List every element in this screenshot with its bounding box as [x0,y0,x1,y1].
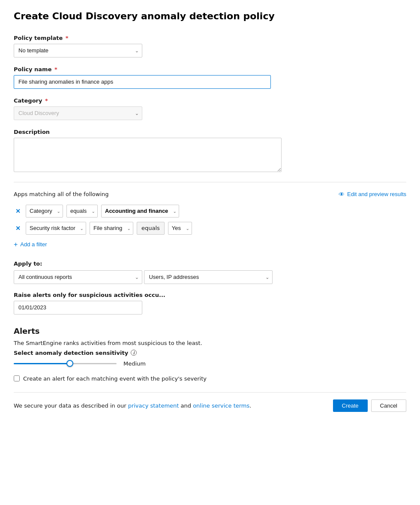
filter-2-subfield-select[interactable]: File sharing [90,222,133,235]
online-service-terms-link[interactable]: online service terms [193,402,249,409]
sensitivity-slider[interactable] [14,363,117,364]
create-button[interactable]: Create [333,399,368,412]
filter-1-operator-select[interactable]: equals [66,205,98,218]
alert-checkbox[interactable] [14,375,20,381]
alerts-description: The SmartEngine ranks activities from mo… [14,340,406,346]
footer-buttons: Create Cancel [333,399,407,412]
cancel-button[interactable]: Cancel [371,399,406,412]
category-label: Category * [14,97,406,104]
filter-2-field-select[interactable]: Security risk factor [26,222,86,235]
raise-alerts-date-input[interactable] [14,301,142,314]
description-group: Description [14,129,406,173]
policy-name-group: Policy name * [14,66,406,89]
policy-template-label: Policy template * [14,35,406,41]
checkbox-label: Create an alert for each matching event … [23,375,207,382]
filters-title: Apps matching all of the following [14,191,109,197]
edit-preview-button[interactable]: 👁 Edit and preview results [339,191,406,198]
eye-icon: 👁 [339,191,345,198]
policy-template-group: Policy template * No template ⌄ [14,35,406,57]
filter-1-value-select[interactable]: Accounting and finance [101,205,179,218]
checkbox-row: Create an alert for each matching event … [14,375,406,382]
required-marker: * [63,35,68,41]
description-label: Description [14,129,406,135]
apply-to-label: Apply to: [14,260,406,267]
footer-text: We secure your data as described in our … [14,402,251,409]
category-select[interactable]: Cloud Discovery [14,106,142,120]
footer-section: We secure your data as described in our … [14,392,406,412]
sensitivity-label: Select anomaly detection sensitivity i [14,350,406,356]
policy-template-select-wrapper: No template ⌄ [14,44,142,57]
section-divider [14,182,406,182]
required-marker: * [43,97,48,104]
slider-row: Medium [14,360,406,367]
policy-name-label: Policy name * [14,66,406,73]
info-icon[interactable]: i [131,350,137,356]
apply-to-select-wrapper: All continuous reports ⌄ [14,270,142,284]
filter-2-field-wrapper: Security risk factor ⌄ [26,222,86,235]
category-select-wrapper: Cloud Discovery ⌄ [14,106,142,120]
apply-to-select[interactable]: All continuous reports [14,270,142,284]
add-filter-label: Add a filter [20,241,47,248]
filter-2-value-select[interactable]: Yes [168,222,192,235]
apply-to-section: Apply to: All continuous reports ⌄ Users… [14,260,406,314]
raise-alerts-label: Raise alerts only for suspicious activit… [14,292,406,298]
privacy-statement-link[interactable]: privacy statement [128,402,179,409]
filter-2-equals-badge: equals [137,222,165,235]
alerts-title: Alerts [14,327,406,336]
filter-1-value-wrapper: Accounting and finance ⌄ [101,205,179,218]
required-marker: * [52,66,57,73]
filter-row-1: ✕ Category ⌄ equals ⌄ Accounting and fin… [14,205,406,218]
filter-row-2: ✕ Security risk factor ⌄ File sharing ⌄ … [14,222,406,235]
slider-value-label: Medium [123,360,146,367]
filter-2-value-wrapper: Yes ⌄ [168,222,192,235]
filter-1-operator-wrapper: equals ⌄ [66,205,98,218]
page-title: Create Cloud Discovery anomaly detection… [14,10,406,23]
description-input[interactable] [14,138,282,172]
filter-1-field-wrapper: Category ⌄ [26,205,63,218]
filter-2-remove-button[interactable]: ✕ [14,225,22,231]
plus-icon: + [14,241,18,248]
apply-scope-select-wrapper: Users, IP addresses ⌄ [144,270,273,284]
apply-scope-select[interactable]: Users, IP addresses [144,270,273,284]
alerts-section: Alerts The SmartEngine ranks activities … [14,327,406,382]
filters-header: Apps matching all of the following 👁 Edi… [14,191,406,198]
category-group: Category * Cloud Discovery ⌄ [14,97,406,120]
filter-1-field-select[interactable]: Category [26,205,63,218]
policy-name-input[interactable] [14,75,271,89]
policy-template-select[interactable]: No template [14,44,142,57]
add-filter-button[interactable]: + Add a filter [14,239,47,250]
filter-1-remove-button[interactable]: ✕ [14,208,22,214]
filter-2-subfield-wrapper: File sharing ⌄ [90,222,133,235]
edit-preview-label: Edit and preview results [347,191,406,197]
